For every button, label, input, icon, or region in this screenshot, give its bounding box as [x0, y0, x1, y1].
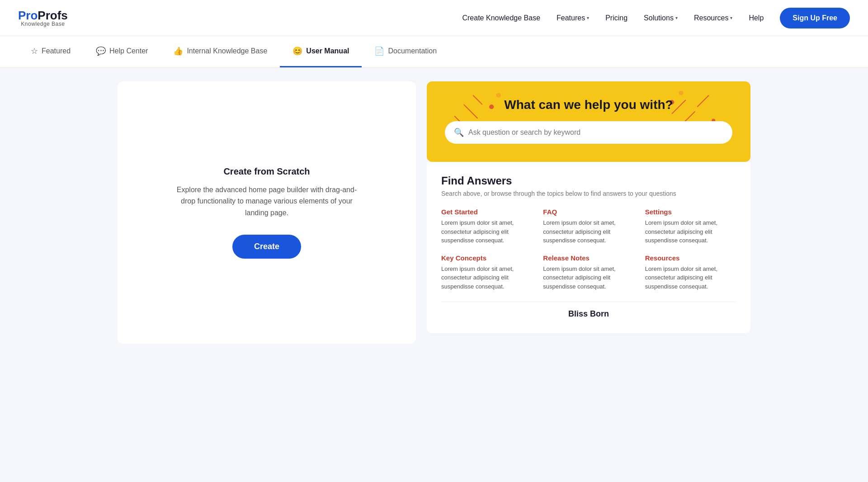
search-box[interactable]: 🔍	[445, 121, 732, 144]
tab-help-center-label: Help Center	[109, 47, 148, 55]
hero-section: What can we help you with? 🔍	[427, 81, 750, 162]
help-center-icon: 💬	[96, 46, 106, 56]
nav-pricing[interactable]: Pricing	[605, 14, 627, 22]
create-button[interactable]: Create	[232, 235, 301, 259]
topic-item: Release Notes Lorem ipsum dolor sit amet…	[543, 254, 634, 291]
topic-item: Resources Lorem ipsum dolor sit amet, co…	[645, 254, 736, 291]
create-description: Explore the advanced home page builder w…	[172, 184, 362, 219]
left-panel: Create from Scratch Explore the advanced…	[118, 81, 416, 344]
svg-point-11	[679, 90, 683, 95]
topic-title[interactable]: Release Notes	[543, 254, 634, 262]
tab-featured-label: Featured	[42, 47, 71, 55]
bliss-born: Bliss Born	[441, 302, 736, 319]
documentation-icon: 📄	[374, 46, 384, 56]
topic-item: Settings Lorem ipsum dolor sit amet, con…	[645, 208, 736, 245]
topic-desc: Lorem ipsum dolor sit amet, consectetur …	[441, 265, 532, 291]
topic-desc: Lorem ipsum dolor sit amet, consectetur …	[645, 218, 736, 245]
features-chevron-icon: ▾	[587, 15, 589, 20]
tab-help-center[interactable]: 💬 Help Center	[83, 36, 160, 67]
right-panel: What can we help you with? 🔍 Find Answer…	[427, 81, 750, 344]
find-answers-subtitle: Search above, or browse through the topi…	[441, 190, 736, 197]
solutions-chevron-icon: ▾	[675, 15, 678, 20]
topic-title[interactable]: FAQ	[543, 208, 634, 216]
resources-chevron-icon: ▾	[730, 15, 732, 20]
topic-item: Key Concepts Lorem ipsum dolor sit amet,…	[441, 254, 532, 291]
nav-create-kb[interactable]: Create Knowledge Base	[462, 14, 540, 22]
nav-resources[interactable]: Resources ▾	[694, 14, 732, 22]
search-input[interactable]	[468, 128, 723, 137]
topic-title[interactable]: Resources	[645, 254, 736, 262]
tab-internal-kb[interactable]: 👍 Internal Knowledge Base	[160, 36, 280, 67]
logo-subtitle: Knowledge Base	[18, 21, 68, 27]
find-answers-section: Find Answers Search above, or browse thr…	[427, 162, 750, 333]
main-content: Create from Scratch Explore the advanced…	[0, 68, 868, 482]
topic-title[interactable]: Key Concepts	[441, 254, 532, 262]
content-row: Create from Scratch Explore the advanced…	[118, 81, 750, 344]
search-icon: 🔍	[454, 128, 464, 137]
tabs-bar: ☆ Featured 💬 Help Center 👍 Internal Know…	[0, 36, 868, 68]
topics-grid: Get Started Lorem ipsum dolor sit amet, …	[441, 208, 736, 291]
logo-profs: Profs	[38, 9, 67, 22]
nav-help[interactable]: Help	[749, 14, 764, 22]
tab-featured[interactable]: ☆ Featured	[18, 36, 83, 67]
internal-kb-icon: 👍	[173, 46, 183, 56]
tab-documentation[interactable]: 📄 Documentation	[362, 36, 449, 67]
hero-title: What can we help you with?	[445, 98, 732, 112]
logo-pro: Pro	[18, 9, 38, 22]
topic-item: FAQ Lorem ipsum dolor sit amet, consecte…	[543, 208, 634, 245]
tab-user-manual[interactable]: 😊 User Manual	[280, 36, 362, 67]
topic-desc: Lorem ipsum dolor sit amet, consectetur …	[543, 218, 634, 245]
signup-button[interactable]: Sign Up Free	[780, 8, 850, 28]
tab-internal-kb-label: Internal Knowledge Base	[187, 47, 267, 55]
nav-features[interactable]: Features ▾	[557, 14, 589, 22]
topic-item: Get Started Lorem ipsum dolor sit amet, …	[441, 208, 532, 245]
logo[interactable]: ProProfs Knowledge Base	[18, 9, 68, 27]
topic-desc: Lorem ipsum dolor sit amet, consectetur …	[543, 265, 634, 291]
main-nav: Create Knowledge Base Features ▾ Pricing…	[462, 8, 850, 28]
user-manual-icon: 😊	[292, 46, 302, 56]
topic-desc: Lorem ipsum dolor sit amet, consectetur …	[441, 218, 532, 245]
hero-decorations	[427, 81, 750, 156]
find-answers-title: Find Answers	[441, 175, 736, 187]
header: ProProfs Knowledge Base Create Knowledge…	[0, 0, 868, 36]
tab-user-manual-label: User Manual	[306, 47, 349, 55]
svg-point-10	[496, 93, 500, 98]
topic-title[interactable]: Get Started	[441, 208, 532, 216]
topic-title[interactable]: Settings	[645, 208, 736, 216]
featured-icon: ☆	[31, 46, 38, 56]
create-title: Create from Scratch	[223, 166, 310, 177]
nav-solutions[interactable]: Solutions ▾	[644, 14, 678, 22]
tab-documentation-label: Documentation	[388, 47, 437, 55]
topic-desc: Lorem ipsum dolor sit amet, consectetur …	[645, 265, 736, 291]
